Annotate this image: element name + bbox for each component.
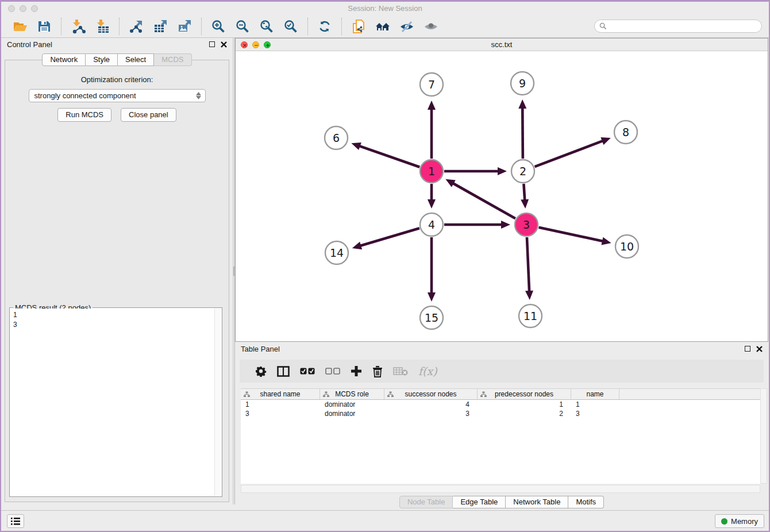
- column-header-predecessor-nodes[interactable]: predecessor nodes: [478, 389, 571, 399]
- export-network-icon[interactable]: [128, 18, 144, 34]
- close-panel-button[interactable]: Close panel: [121, 108, 176, 122]
- search-box: [594, 20, 762, 33]
- main-toolbar: [1, 15, 769, 38]
- edge-arrowhead: [428, 199, 436, 209]
- close-panel-icon[interactable]: [221, 41, 227, 48]
- graph-edge-1-6[interactable]: [359, 146, 420, 167]
- table-settings-gear-icon[interactable]: [255, 365, 267, 377]
- graph-edge-3-10[interactable]: [538, 228, 603, 241]
- graph-node-label: 9: [519, 77, 526, 90]
- graph-edge-3-1[interactable]: [453, 183, 515, 219]
- function-builder-icon[interactable]: f(x): [418, 365, 437, 377]
- hide-selected-eye-icon[interactable]: [399, 18, 415, 34]
- table-row[interactable]: 3dominator323: [241, 409, 760, 418]
- application-window: Session: New Session: [1, 2, 769, 531]
- table-cell: dominator: [320, 400, 384, 409]
- graph-node-label: 3: [523, 218, 530, 231]
- edge-arrowhead: [521, 199, 529, 209]
- tab-style[interactable]: Style: [86, 53, 118, 66]
- column-header-name[interactable]: name: [571, 389, 619, 399]
- refresh-icon[interactable]: [317, 18, 333, 34]
- graph-edge-2-3[interactable]: [523, 184, 525, 201]
- graph-node-label: 7: [428, 78, 435, 91]
- delete-table-icon[interactable]: [393, 367, 408, 376]
- column-header-mcds-role[interactable]: MCDS role: [320, 389, 384, 399]
- delete-column-trash-icon[interactable]: [372, 365, 383, 377]
- graph-node-label: 8: [622, 126, 629, 138]
- criterion-dropdown[interactable]: strongly connected component: [29, 89, 206, 102]
- toolbar-separator: [201, 18, 202, 35]
- clone-network-icon[interactable]: [351, 18, 367, 34]
- graph-node-label: 6: [333, 132, 340, 144]
- tab-select[interactable]: Select: [118, 53, 154, 66]
- graph-node-label: 11: [523, 310, 537, 322]
- edge-arrowhead: [428, 101, 436, 110]
- show-all-eye-icon[interactable]: [423, 18, 439, 34]
- result-line: 1: [13, 310, 218, 320]
- open-session-icon[interactable]: [12, 18, 28, 34]
- run-mcds-button[interactable]: Run MCDS: [57, 108, 111, 122]
- graph-node-label: 14: [330, 246, 344, 259]
- export-table-icon[interactable]: [152, 18, 168, 34]
- tab-mcds[interactable]: MCDS: [154, 53, 191, 66]
- table-row[interactable]: 1dominator411: [241, 400, 760, 409]
- zoom-in-icon[interactable]: [210, 18, 226, 34]
- toolbar-separator: [341, 18, 342, 35]
- table-vertical-scrollbar[interactable]: [760, 388, 767, 484]
- float-table-panel-icon[interactable]: [745, 346, 750, 352]
- table-horizontal-scrollbar[interactable]: [241, 485, 760, 493]
- table-tab-motifs[interactable]: Motifs: [568, 496, 604, 508]
- split-view-icon[interactable]: [277, 366, 290, 377]
- search-input[interactable]: [610, 22, 757, 30]
- deselect-all-icon[interactable]: [325, 368, 340, 375]
- edge-arrowhead: [600, 137, 610, 145]
- mcds-result-fieldset: MCDS result (2 nodes) 13: [9, 307, 222, 497]
- table-panel-title: Table Panel: [241, 345, 280, 353]
- edge-arrowhead: [352, 242, 362, 249]
- column-header-successor-nodes[interactable]: successor nodes: [384, 389, 478, 399]
- graph-node-label: 1: [428, 165, 435, 178]
- zoom-selected-icon[interactable]: [283, 18, 299, 34]
- network-canvas[interactable]: 7968124314101511: [236, 51, 768, 341]
- edge-arrowhead: [501, 221, 510, 229]
- memory-status-dot: [721, 518, 727, 525]
- network-window-title: scc.txt: [236, 40, 768, 49]
- table-toolbar: f(x): [240, 360, 764, 383]
- graph-edge-3-11[interactable]: [527, 237, 529, 292]
- edge-arrowhead: [428, 292, 436, 302]
- graph-edge-4-14[interactable]: [360, 228, 419, 246]
- add-column-icon[interactable]: [351, 365, 362, 377]
- mcds-panel: Optimization criterion: strongly connect…: [5, 60, 229, 502]
- tab-network[interactable]: Network: [42, 53, 86, 66]
- task-history-button[interactable]: [7, 514, 24, 528]
- result-scrollbar[interactable]: [214, 309, 221, 496]
- session-title: Session: New Session: [1, 4, 769, 13]
- export-image-icon[interactable]: [176, 18, 192, 34]
- save-session-icon[interactable]: [36, 18, 52, 34]
- graph-node-label: 2: [519, 165, 526, 178]
- zoom-out-icon[interactable]: [234, 18, 251, 34]
- table-tab-node-table[interactable]: Node Table: [399, 496, 453, 508]
- main-titlebar: Session: New Session: [1, 2, 769, 15]
- table-tab-edge-table[interactable]: Edge Table: [453, 496, 506, 508]
- close-table-panel-icon[interactable]: [756, 346, 763, 352]
- control-panel: Control Panel NetworkStyleSelectMCDS Opt…: [1, 38, 233, 504]
- home-view-icon[interactable]: [375, 18, 391, 34]
- table-cell: 3: [571, 409, 619, 418]
- float-panel-icon[interactable]: [209, 41, 215, 47]
- zoom-fit-icon[interactable]: [259, 18, 275, 34]
- graph-node-label: 4: [428, 218, 435, 231]
- memory-button[interactable]: Memory: [715, 514, 764, 528]
- graph-edge-2-8[interactable]: [535, 141, 603, 167]
- import-table-icon[interactable]: [94, 18, 110, 34]
- column-header-shared-name[interactable]: shared name: [241, 389, 320, 399]
- status-bar: Memory: [1, 510, 769, 531]
- select-all-icon[interactable]: [300, 368, 315, 375]
- node-table: shared nameMCDS rolesuccessor nodesprede…: [241, 388, 760, 484]
- table-tab-network-table[interactable]: Network Table: [506, 496, 568, 508]
- toolbar-separator: [61, 18, 61, 35]
- import-network-icon[interactable]: [70, 18, 86, 34]
- control-panel-tabs: NetworkStyleSelectMCDS: [1, 53, 233, 66]
- table-cell: 1: [571, 400, 619, 409]
- graph-edge-2-9[interactable]: [522, 107, 523, 159]
